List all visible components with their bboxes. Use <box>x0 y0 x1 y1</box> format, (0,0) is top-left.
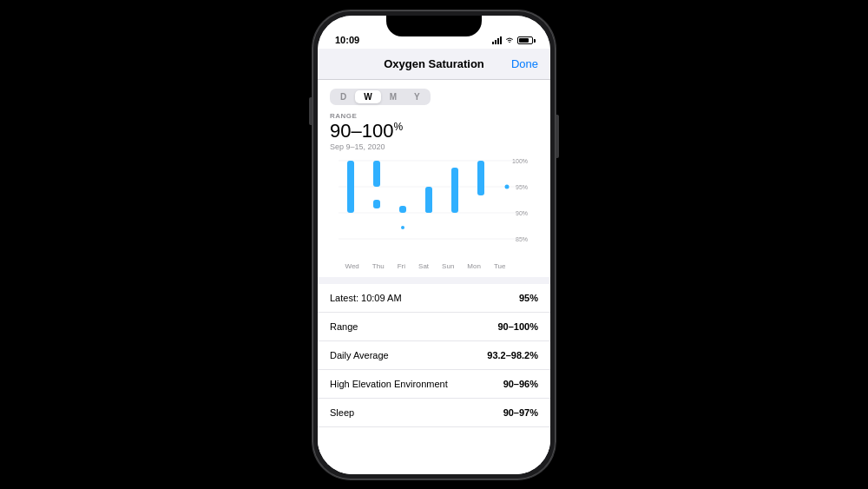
time-tabs: D W M Y <box>330 89 431 105</box>
day-thu: Thu <box>372 262 385 270</box>
svg-rect-15 <box>451 168 458 213</box>
stat-row-range: Range 90–100% <box>318 313 550 341</box>
stat-value-range: 90–100% <box>498 321 539 332</box>
stat-row-latest: Latest: 10:09 AM 95% <box>318 284 550 313</box>
range-number: 90–100 <box>330 120 393 142</box>
svg-text:95%: 95% <box>516 184 528 190</box>
content-area: D W M Y RANGE 90–100% Sep 9–15, 2020 <box>318 80 550 474</box>
stat-label-range: Range <box>330 321 358 332</box>
svg-text:100%: 100% <box>512 158 528 164</box>
range-unit: % <box>393 121 403 133</box>
range-value: 90–100% <box>330 122 538 141</box>
stat-label-sleep: Sleep <box>330 407 354 418</box>
range-label: RANGE <box>330 112 538 120</box>
day-labels: Wed Thu Fri Sat Sun Mon Tue <box>330 261 538 270</box>
stat-label-latest: Latest: 10:09 AM <box>330 293 402 303</box>
date-range: Sep 9–15, 2020 <box>330 142 538 151</box>
battery-fill <box>519 38 529 43</box>
nav-bar: Oxygen Saturation Done <box>318 49 550 80</box>
battery-icon <box>517 36 533 44</box>
wifi-icon <box>505 36 514 45</box>
stat-label-daily-avg: Daily Average <box>330 350 389 360</box>
signal-icon <box>492 36 502 44</box>
tab-w[interactable]: W <box>355 90 380 103</box>
status-time: 10:09 <box>335 35 359 45</box>
stat-value-elevation: 90–96% <box>503 379 538 389</box>
tab-y[interactable]: Y <box>405 90 429 103</box>
stat-row-elevation: High Elevation Environment 90–96% <box>318 370 550 399</box>
stats-section: Latest: 10:09 AM 95% Range 90–100% Daily… <box>318 284 550 474</box>
svg-point-17 <box>479 185 483 188</box>
svg-rect-8 <box>347 161 354 213</box>
svg-point-12 <box>401 226 404 229</box>
day-tue: Tue <box>494 262 506 270</box>
phone-frame: 10:09 <box>312 10 556 479</box>
day-wed: Wed <box>345 262 359 270</box>
svg-rect-10 <box>373 200 380 208</box>
stat-row-sleep: Sleep 90–97% <box>318 399 550 427</box>
svg-rect-14 <box>425 200 432 213</box>
day-sat: Sat <box>418 262 429 270</box>
svg-text:90%: 90% <box>516 210 528 216</box>
chart-svg: 100% 95% 90% 85% <box>330 156 538 261</box>
svg-rect-11 <box>399 206 406 213</box>
status-icons <box>492 36 533 45</box>
stat-value-latest: 95% <box>519 293 538 303</box>
stat-value-daily-avg: 93.2–98.2% <box>487 350 538 360</box>
screen: 10:09 <box>318 16 550 474</box>
chart-area: 100% 95% 90% 85% <box>330 156 538 261</box>
svg-rect-16 <box>477 161 484 195</box>
svg-rect-9 <box>373 161 380 187</box>
stat-row-daily-avg: Daily Average 93.2–98.2% <box>318 341 550 370</box>
notch <box>386 16 482 36</box>
tab-d[interactable]: D <box>332 90 355 103</box>
stat-value-sleep: 90–97% <box>503 407 538 418</box>
chart-section: D W M Y RANGE 90–100% Sep 9–15, 2020 <box>318 80 550 277</box>
phone-screen: 10:09 <box>318 16 550 474</box>
stat-label-elevation: High Elevation Environment <box>330 379 448 389</box>
svg-point-18 <box>505 184 510 188</box>
svg-text:85%: 85% <box>516 236 528 242</box>
day-sun: Sun <box>442 262 454 270</box>
tab-m[interactable]: M <box>381 90 405 103</box>
done-button[interactable]: Done <box>511 57 538 70</box>
day-mon: Mon <box>467 262 481 270</box>
nav-title: Oxygen Saturation <box>384 57 484 70</box>
day-fri: Fri <box>398 262 405 270</box>
